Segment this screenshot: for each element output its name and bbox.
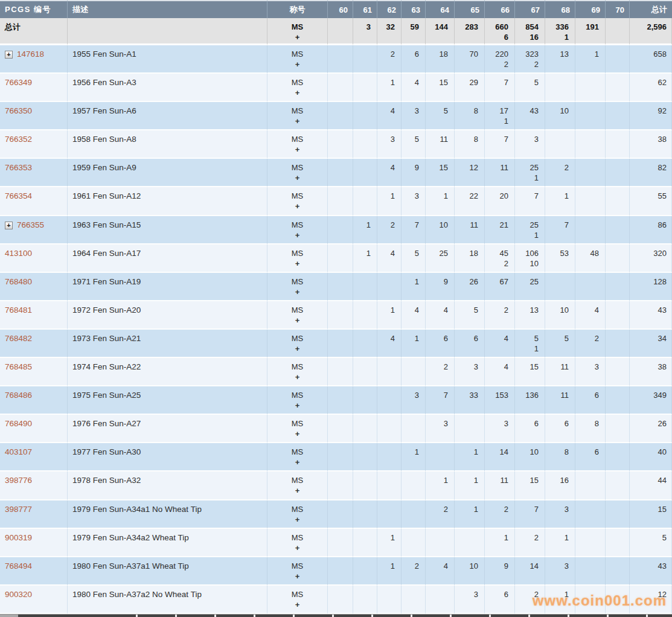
grade-60-count [328, 74, 353, 102]
grade-68-count: 6 [545, 415, 575, 443]
grade-count: 6 [490, 589, 508, 599]
pcgs-number-link[interactable]: 768482 [5, 334, 32, 343]
pcgs-number-link[interactable]: 766352 [5, 135, 32, 144]
grade-count: 8 [550, 447, 569, 457]
pcgs-number-link[interactable]: 768486 [5, 391, 32, 400]
grade-63-count [402, 472, 426, 500]
grade-60-count [328, 301, 353, 330]
grade-count: 4 [382, 333, 395, 344]
designation-cell: MS+ [267, 102, 328, 130]
pcgs-number-link[interactable]: 398777 [5, 505, 32, 514]
grade-count: 18 [430, 49, 448, 59]
grade-62-count: 1 [377, 557, 402, 586]
grade-65-count: 29 [455, 74, 485, 102]
pcgs-number-link[interactable]: 766354 [5, 191, 32, 200]
grade-62-count: 32 [377, 18, 402, 45]
coin-description: 1979 Fen Sun-A34a1 No Wheat Tip [68, 500, 267, 529]
grade-count: 12 [459, 162, 478, 173]
grade-60-count [328, 415, 353, 443]
column-header-grade-60: 60 [328, 0, 353, 18]
grade-count: 10 [550, 305, 569, 315]
grade-count: 67 [490, 277, 508, 287]
table-row: 7663541961 Fen Sun-A12MS+13122207155 [0, 187, 672, 216]
grade-62-count: 1 [377, 529, 402, 557]
pcgs-number-cell: +147618 [0, 45, 68, 74]
table-row: +7663551963 Fen Sun-A15MS+12710112125178… [0, 216, 672, 245]
pcgs-number-link[interactable]: 766355 [17, 220, 44, 229]
expand-icon[interactable]: + [5, 222, 13, 229]
pcgs-number-link[interactable]: 766350 [5, 106, 32, 115]
pcgs-number-link[interactable]: 768494 [5, 561, 32, 571]
coin-description: 1971 Fen Sun-A19 [68, 273, 267, 301]
pcgs-number-link[interactable]: 768490 [5, 419, 32, 428]
grade-count: 5 [520, 333, 539, 344]
grade-count: 4 [382, 248, 395, 258]
grade-count: 29 [459, 77, 478, 88]
pcgs-number-link[interactable]: 900319 [5, 533, 32, 542]
grade-70-count [606, 130, 630, 159]
grade-60-count [328, 159, 353, 187]
row-total: 92 [630, 102, 672, 130]
grade-count: 6 [550, 418, 569, 429]
pcgs-number-link[interactable]: 766349 [5, 78, 32, 87]
expand-icon[interactable]: + [5, 51, 13, 59]
grade-60-count [328, 472, 353, 500]
designation-cell: MS+ [267, 301, 328, 330]
grade-64-count: 1 [426, 187, 455, 216]
grade-70-count [606, 586, 630, 614]
grade-67-count: 14 [515, 557, 545, 586]
pcgs-number-link[interactable]: 147618 [17, 50, 44, 59]
designation-ms: MS [272, 333, 322, 344]
grade-66-count: 9 [485, 557, 515, 586]
designation-cell: MS+ [267, 586, 328, 614]
grade-count: 4 [430, 561, 448, 571]
next-table-top-edge [0, 614, 672, 617]
grade-count: 33 [459, 390, 478, 400]
grade-count: 1 [430, 475, 448, 485]
grade-count: 10 [520, 447, 539, 457]
grade-count: 153 [490, 390, 508, 400]
plus-grade-count: 1 [520, 173, 539, 183]
grade-62-count [377, 415, 402, 443]
designation-plus: + [272, 344, 322, 354]
grade-63-count: 4 [402, 74, 426, 102]
grade-count: 3 [406, 106, 419, 116]
pcgs-number-link[interactable]: 413100 [5, 249, 32, 258]
coin-description: 1973 Fen Sun-A21 [68, 330, 267, 358]
grade-61-count: 1 [353, 216, 377, 245]
grade-69-count: 4 [575, 301, 606, 330]
grade-count: 53 [550, 248, 569, 258]
grade-count: 5 [520, 77, 539, 88]
grade-count: 6 [580, 390, 599, 400]
pcgs-number-cell: 766350 [0, 102, 68, 130]
column-header-description: 描述 [68, 0, 267, 18]
designation-cell: MS+ [267, 330, 328, 358]
grade-66-count: 11 [485, 472, 515, 500]
grade-count: 22 [459, 191, 478, 201]
grade-count: 26 [459, 277, 478, 287]
pcgs-number-link[interactable]: 768485 [5, 362, 32, 371]
pcgs-number-link[interactable]: 900320 [5, 590, 32, 599]
grade-count: 220 [490, 49, 508, 59]
row-total: 320 [630, 245, 672, 273]
grade-61-count [353, 443, 377, 472]
grade-67-count: 251 [515, 216, 545, 245]
grade-64-count: 9 [426, 273, 455, 301]
pcgs-number-link[interactable]: 768480 [5, 277, 32, 286]
coin-description: 1979 Fen Sun-A34a2 Wheat Tip [68, 529, 267, 557]
grade-63-count: 1 [402, 330, 426, 358]
grade-count: 191 [580, 22, 599, 32]
pcgs-number-link[interactable]: 403107 [5, 447, 32, 456]
coin-description: 1957 Fen Sun-A6 [68, 102, 267, 130]
pcgs-number-link[interactable]: 398776 [5, 476, 32, 485]
grade-65-count: 1 [455, 443, 485, 472]
grade-66-count: 2 [485, 500, 515, 529]
column-header-grade-67: 67 [515, 0, 545, 18]
grade-count: 1 [382, 561, 395, 571]
pcgs-number-link[interactable]: 766353 [5, 163, 32, 172]
designation-plus: + [272, 372, 322, 382]
row-total: 349 [630, 386, 672, 415]
grade-69-count: 3 [575, 358, 606, 386]
grade-65-count: 33 [455, 386, 485, 415]
pcgs-number-link[interactable]: 768481 [5, 305, 32, 315]
